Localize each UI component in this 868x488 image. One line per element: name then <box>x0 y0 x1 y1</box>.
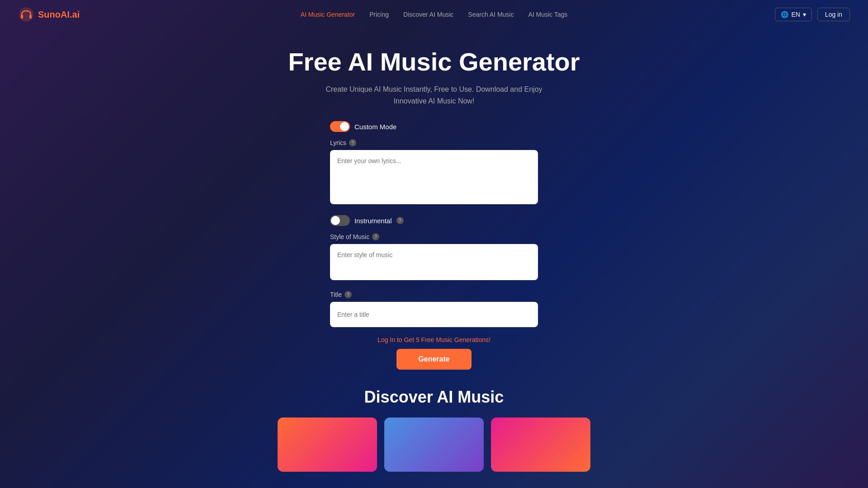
instrumental-toggle[interactable] <box>330 215 350 226</box>
chevron-down-icon: ▾ <box>803 11 806 18</box>
music-card-3[interactable] <box>491 418 590 472</box>
toggle-knob <box>340 122 349 131</box>
nav-link-ai-music-generator[interactable]: AI Music Generator <box>301 11 355 18</box>
instrumental-toggle-knob <box>331 216 340 225</box>
globe-icon: 🌐 <box>781 11 788 18</box>
language-label: EN <box>791 11 800 18</box>
login-prompt: Log In to Get 5 Free Music Generations! <box>330 336 538 343</box>
login-prompt-prefix: Log In to Get <box>377 336 416 343</box>
generate-button[interactable]: Generate <box>396 349 471 370</box>
lyrics-section: Lyrics ? <box>330 139 538 213</box>
style-label: Style of Music <box>330 233 369 240</box>
style-section: Style of Music ? <box>330 233 538 289</box>
lyrics-label: Lyrics <box>330 139 346 146</box>
nav-link-tags[interactable]: AI Music Tags <box>528 11 567 18</box>
navigation: SunoAI.ai AI Music Generator Pricing Dis… <box>0 0 868 29</box>
style-help-icon[interactable]: ? <box>372 233 379 240</box>
music-card-1[interactable] <box>278 418 377 472</box>
style-input[interactable] <box>330 244 538 280</box>
title-label-row: Title ? <box>330 291 538 298</box>
title-label: Title <box>330 291 342 298</box>
instrumental-help-icon[interactable]: ? <box>396 217 404 224</box>
style-label-row: Style of Music ? <box>330 233 538 240</box>
hero-subtitle: Create Unique AI Music Instantly, Free t… <box>321 84 547 107</box>
music-card-2[interactable] <box>384 418 484 472</box>
logo[interactable]: SunoAI.ai <box>18 6 80 23</box>
login-button[interactable]: Log in <box>817 8 850 21</box>
login-prompt-suffix: Free Music Generations! <box>420 336 491 343</box>
lyrics-help-icon[interactable]: ? <box>349 139 356 146</box>
login-prompt-link[interactable]: Log In to Get 5 Free Music Generations! <box>377 336 491 343</box>
nav-link-search[interactable]: Search AI Music <box>468 11 514 18</box>
music-cards <box>259 418 609 472</box>
nav-link-discover[interactable]: Discover AI Music <box>403 11 453 18</box>
svg-rect-2 <box>29 15 32 19</box>
nav-link-pricing[interactable]: Pricing <box>369 11 389 18</box>
nav-right: 🌐 EN ▾ Log in <box>775 8 850 21</box>
headphones-icon <box>18 6 34 23</box>
lyrics-input[interactable] <box>330 150 538 204</box>
instrumental-label: Instrumental <box>354 217 392 225</box>
discover-title: Discover AI Music <box>364 388 504 407</box>
free-count: 5 <box>416 336 420 343</box>
hero-title: Free AI Music Generator <box>288 47 580 76</box>
instrumental-row: Instrumental ? <box>330 215 538 226</box>
title-section: Title ? <box>330 291 538 334</box>
title-input[interactable] <box>330 302 538 327</box>
title-help-icon[interactable]: ? <box>344 291 352 298</box>
nav-links: AI Music Generator Pricing Discover AI M… <box>301 11 568 18</box>
svg-rect-1 <box>21 15 23 19</box>
main-content: Free AI Music Generator Create Unique AI… <box>0 29 868 472</box>
custom-mode-row: Custom Mode <box>330 121 538 132</box>
custom-mode-toggle[interactable] <box>330 121 350 132</box>
logo-text: SunoAI.ai <box>38 9 80 20</box>
music-form: Custom Mode Lyrics ? Instrumental ? Styl… <box>330 121 538 388</box>
language-button[interactable]: 🌐 EN ▾ <box>775 8 811 21</box>
custom-mode-label: Custom Mode <box>354 123 396 131</box>
lyrics-label-row: Lyrics ? <box>330 139 538 146</box>
svg-point-0 <box>19 7 33 22</box>
